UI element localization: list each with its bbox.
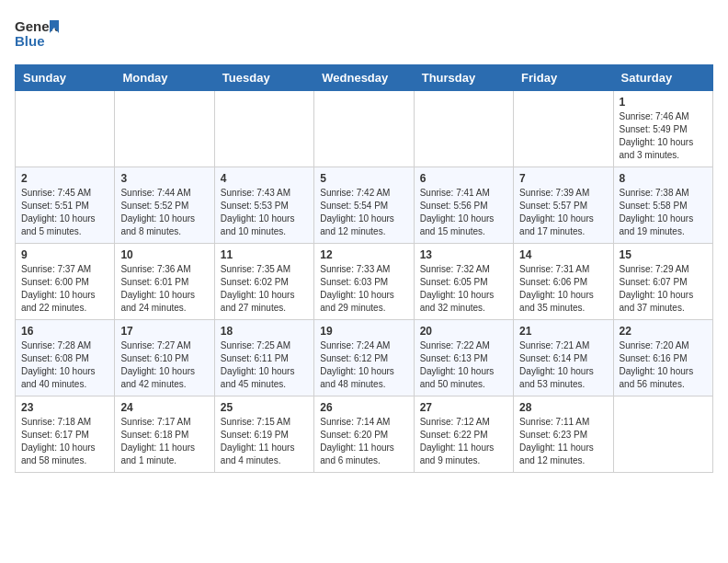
calendar-cell: 19Sunrise: 7:24 AM Sunset: 6:12 PM Dayli… bbox=[314, 320, 414, 396]
day-info: Sunrise: 7:25 AM Sunset: 6:11 PM Dayligh… bbox=[221, 339, 308, 391]
day-info: Sunrise: 7:28 AM Sunset: 6:08 PM Dayligh… bbox=[21, 339, 108, 391]
day-info: Sunrise: 7:24 AM Sunset: 6:12 PM Dayligh… bbox=[320, 339, 407, 391]
calendar-cell: 22Sunrise: 7:20 AM Sunset: 6:16 PM Dayli… bbox=[613, 320, 712, 396]
calendar-cell bbox=[613, 396, 712, 473]
calendar-week-row: 2Sunrise: 7:45 AM Sunset: 5:51 PM Daylig… bbox=[16, 167, 713, 244]
day-number: 3 bbox=[120, 172, 208, 185]
weekday-header-saturday: Saturday bbox=[613, 65, 712, 91]
day-number: 25 bbox=[221, 401, 308, 414]
logo-icon: General Blue bbox=[15, 15, 59, 52]
day-number: 6 bbox=[420, 172, 507, 185]
day-number: 28 bbox=[519, 401, 607, 414]
day-info: Sunrise: 7:46 AM Sunset: 5:49 PM Dayligh… bbox=[620, 110, 707, 162]
weekday-header-sunday: Sunday bbox=[16, 65, 115, 91]
calendar-cell: 9Sunrise: 7:37 AM Sunset: 6:00 PM Daylig… bbox=[16, 244, 115, 320]
day-info: Sunrise: 7:18 AM Sunset: 6:17 PM Dayligh… bbox=[21, 416, 108, 467]
calendar-cell: 10Sunrise: 7:36 AM Sunset: 6:01 PM Dayli… bbox=[115, 244, 214, 320]
day-info: Sunrise: 7:14 AM Sunset: 6:20 PM Dayligh… bbox=[320, 416, 407, 467]
day-info: Sunrise: 7:27 AM Sunset: 6:10 PM Dayligh… bbox=[120, 339, 208, 391]
day-number: 13 bbox=[420, 248, 507, 261]
day-info: Sunrise: 7:44 AM Sunset: 5:52 PM Dayligh… bbox=[120, 187, 208, 238]
calendar-cell: 5Sunrise: 7:42 AM Sunset: 5:54 PM Daylig… bbox=[314, 167, 414, 244]
day-number: 19 bbox=[320, 325, 407, 338]
weekday-header-thursday: Thursday bbox=[414, 65, 513, 91]
svg-text:Blue: Blue bbox=[15, 33, 45, 49]
day-info: Sunrise: 7:31 AM Sunset: 6:06 PM Dayligh… bbox=[519, 263, 607, 315]
calendar-cell bbox=[214, 91, 313, 167]
calendar-cell: 1Sunrise: 7:46 AM Sunset: 5:49 PM Daylig… bbox=[613, 91, 712, 167]
day-info: Sunrise: 7:32 AM Sunset: 6:05 PM Dayligh… bbox=[420, 263, 507, 315]
calendar-cell: 20Sunrise: 7:22 AM Sunset: 6:13 PM Dayli… bbox=[414, 320, 513, 396]
calendar-week-row: 9Sunrise: 7:37 AM Sunset: 6:00 PM Daylig… bbox=[16, 244, 713, 320]
day-number: 4 bbox=[221, 172, 308, 185]
calendar-cell: 6Sunrise: 7:41 AM Sunset: 5:56 PM Daylig… bbox=[414, 167, 513, 244]
day-number: 8 bbox=[620, 172, 707, 185]
calendar-cell: 23Sunrise: 7:18 AM Sunset: 6:17 PM Dayli… bbox=[16, 396, 115, 473]
calendar-cell: 28Sunrise: 7:11 AM Sunset: 6:23 PM Dayli… bbox=[514, 396, 613, 473]
day-info: Sunrise: 7:22 AM Sunset: 6:13 PM Dayligh… bbox=[420, 339, 507, 391]
day-info: Sunrise: 7:11 AM Sunset: 6:23 PM Dayligh… bbox=[519, 416, 607, 467]
calendar-cell bbox=[414, 91, 513, 167]
calendar-cell bbox=[514, 91, 613, 167]
day-info: Sunrise: 7:37 AM Sunset: 6:00 PM Dayligh… bbox=[21, 263, 108, 315]
calendar-cell: 17Sunrise: 7:27 AM Sunset: 6:10 PM Dayli… bbox=[115, 320, 214, 396]
calendar-cell: 14Sunrise: 7:31 AM Sunset: 6:06 PM Dayli… bbox=[514, 244, 613, 320]
calendar-cell bbox=[115, 91, 214, 167]
day-number: 1 bbox=[620, 96, 707, 109]
day-info: Sunrise: 7:35 AM Sunset: 6:02 PM Dayligh… bbox=[221, 263, 308, 315]
day-info: Sunrise: 7:39 AM Sunset: 5:57 PM Dayligh… bbox=[519, 187, 607, 238]
weekday-header-wednesday: Wednesday bbox=[314, 65, 414, 91]
day-number: 10 bbox=[120, 248, 208, 261]
day-info: Sunrise: 7:38 AM Sunset: 5:58 PM Dayligh… bbox=[620, 187, 707, 238]
day-number: 9 bbox=[21, 248, 108, 261]
day-info: Sunrise: 7:41 AM Sunset: 5:56 PM Dayligh… bbox=[420, 187, 507, 238]
weekday-header-friday: Friday bbox=[514, 65, 613, 91]
day-info: Sunrise: 7:42 AM Sunset: 5:54 PM Dayligh… bbox=[320, 187, 407, 238]
day-info: Sunrise: 7:20 AM Sunset: 6:16 PM Dayligh… bbox=[620, 339, 707, 391]
weekday-header-row: SundayMondayTuesdayWednesdayThursdayFrid… bbox=[16, 65, 713, 91]
calendar-week-row: 16Sunrise: 7:28 AM Sunset: 6:08 PM Dayli… bbox=[16, 320, 713, 396]
calendar-cell: 13Sunrise: 7:32 AM Sunset: 6:05 PM Dayli… bbox=[414, 244, 513, 320]
calendar-cell: 21Sunrise: 7:21 AM Sunset: 6:14 PM Dayli… bbox=[514, 320, 613, 396]
calendar-cell: 4Sunrise: 7:43 AM Sunset: 5:53 PM Daylig… bbox=[214, 167, 313, 244]
day-info: Sunrise: 7:36 AM Sunset: 6:01 PM Dayligh… bbox=[120, 263, 208, 315]
day-info: Sunrise: 7:33 AM Sunset: 6:03 PM Dayligh… bbox=[320, 263, 407, 315]
day-number: 17 bbox=[120, 325, 208, 338]
day-number: 26 bbox=[320, 401, 407, 414]
day-number: 24 bbox=[120, 401, 208, 414]
calendar-cell: 2Sunrise: 7:45 AM Sunset: 5:51 PM Daylig… bbox=[16, 167, 115, 244]
calendar-cell: 26Sunrise: 7:14 AM Sunset: 6:20 PM Dayli… bbox=[314, 396, 414, 473]
day-number: 27 bbox=[420, 401, 507, 414]
day-number: 15 bbox=[620, 248, 707, 261]
calendar-cell: 8Sunrise: 7:38 AM Sunset: 5:58 PM Daylig… bbox=[613, 167, 712, 244]
day-info: Sunrise: 7:17 AM Sunset: 6:18 PM Dayligh… bbox=[120, 416, 208, 467]
calendar-cell: 24Sunrise: 7:17 AM Sunset: 6:18 PM Dayli… bbox=[115, 396, 214, 473]
day-info: Sunrise: 7:45 AM Sunset: 5:51 PM Dayligh… bbox=[21, 187, 108, 238]
calendar-cell: 15Sunrise: 7:29 AM Sunset: 6:07 PM Dayli… bbox=[613, 244, 712, 320]
day-number: 11 bbox=[221, 248, 308, 261]
day-number: 5 bbox=[320, 172, 407, 185]
day-number: 14 bbox=[519, 248, 607, 261]
day-number: 20 bbox=[420, 325, 507, 338]
logo: General Blue bbox=[15, 15, 59, 55]
day-info: Sunrise: 7:29 AM Sunset: 6:07 PM Dayligh… bbox=[620, 263, 707, 315]
day-number: 23 bbox=[21, 401, 108, 414]
calendar-cell: 3Sunrise: 7:44 AM Sunset: 5:52 PM Daylig… bbox=[115, 167, 214, 244]
weekday-header-monday: Monday bbox=[115, 65, 214, 91]
day-info: Sunrise: 7:21 AM Sunset: 6:14 PM Dayligh… bbox=[519, 339, 607, 391]
calendar-cell bbox=[16, 91, 115, 167]
calendar-cell: 27Sunrise: 7:12 AM Sunset: 6:22 PM Dayli… bbox=[414, 396, 513, 473]
day-number: 12 bbox=[320, 248, 407, 261]
calendar-cell: 18Sunrise: 7:25 AM Sunset: 6:11 PM Dayli… bbox=[214, 320, 313, 396]
day-info: Sunrise: 7:43 AM Sunset: 5:53 PM Dayligh… bbox=[221, 187, 308, 238]
calendar-cell bbox=[314, 91, 414, 167]
day-info: Sunrise: 7:12 AM Sunset: 6:22 PM Dayligh… bbox=[420, 416, 507, 467]
calendar-cell: 7Sunrise: 7:39 AM Sunset: 5:57 PM Daylig… bbox=[514, 167, 613, 244]
calendar-cell: 16Sunrise: 7:28 AM Sunset: 6:08 PM Dayli… bbox=[16, 320, 115, 396]
page-header: General Blue bbox=[15, 15, 713, 55]
day-number: 7 bbox=[519, 172, 607, 185]
day-number: 22 bbox=[620, 325, 707, 338]
calendar-cell: 11Sunrise: 7:35 AM Sunset: 6:02 PM Dayli… bbox=[214, 244, 313, 320]
day-info: Sunrise: 7:15 AM Sunset: 6:19 PM Dayligh… bbox=[221, 416, 308, 467]
day-number: 2 bbox=[21, 172, 108, 185]
